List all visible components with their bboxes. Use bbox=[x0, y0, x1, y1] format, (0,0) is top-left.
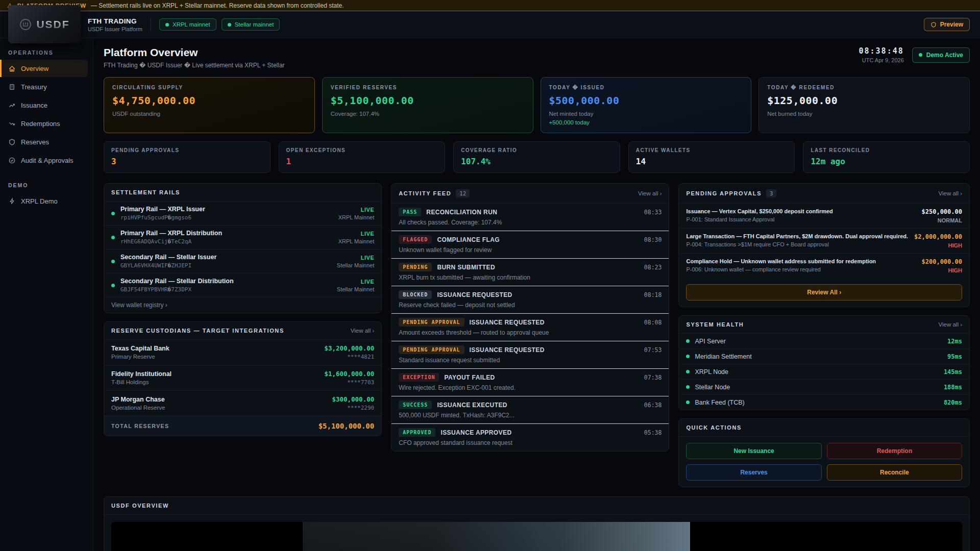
approval-item: Large Transaction — FTH Capital Partners… bbox=[679, 228, 969, 253]
approval-title: Issuance — Vertex Capital, $250,000 depo… bbox=[686, 208, 915, 214]
custodian-name: JP Morgan Chase bbox=[111, 396, 165, 403]
kpi-label: TODAY � ISSUED bbox=[549, 85, 743, 90]
kpi-value: $500,000.00 bbox=[549, 94, 743, 107]
view-all-link[interactable]: View all › bbox=[351, 328, 374, 334]
kpi-label: TODAY � REDEEMED bbox=[767, 85, 961, 90]
health-row: Stellar Node 188ms bbox=[679, 379, 969, 394]
stat-card: COVERAGE RATIO 107.4% bbox=[453, 141, 620, 173]
feed-item-time: 05:38 bbox=[644, 429, 662, 436]
usdf-overview-panel: USDF OVERVIEW bbox=[104, 496, 970, 551]
kpi-subtext: Net burned today bbox=[767, 111, 961, 117]
stat-label: LAST RECONCILED bbox=[811, 147, 962, 153]
panel-title: ACTIVITY FEED bbox=[399, 190, 451, 196]
quick-action-button[interactable]: Redemption bbox=[827, 443, 962, 459]
trend-up-icon bbox=[8, 102, 16, 109]
sidebar-item-label: Redemptions bbox=[21, 120, 60, 128]
feed-item-title: ISSUANCE APPROVED bbox=[440, 429, 511, 436]
feed-item-description: Amount exceeds threshold — routed to app… bbox=[399, 329, 662, 336]
network-badge: Stellar mainnet bbox=[222, 18, 280, 31]
review-all-button[interactable]: Review All › bbox=[686, 284, 962, 300]
stat-card: ACTIVE WALLETS 14 bbox=[628, 141, 795, 173]
kpi-delta: +500,000 today bbox=[549, 119, 743, 126]
view-all-link[interactable]: View all › bbox=[638, 190, 662, 196]
live-dot-icon bbox=[111, 212, 115, 215]
feed-item-description: 500,000 USDF minted. TxHash: A3F9C2... bbox=[399, 412, 662, 419]
feed-item-title: RECONCILIATION RUN bbox=[426, 209, 497, 216]
check-circle-icon bbox=[8, 157, 16, 164]
panel-title: RESERVE CUSTODIANS — TARGET INTEGRATIONS bbox=[111, 328, 284, 334]
rail-status: LIVE bbox=[338, 207, 375, 213]
feed-item-title: PAYOUT FAILED bbox=[444, 374, 495, 381]
feed-item-time: 08:30 bbox=[644, 236, 662, 243]
custodian-role: T-Bill Holdings bbox=[111, 379, 172, 385]
feed-item-time: 06:38 bbox=[644, 402, 662, 409]
settlement-rail-row: Primary Rail — XRPL Issuer rpiHVPfuSgcud… bbox=[104, 202, 381, 225]
rail-status: LIVE bbox=[337, 255, 374, 261]
rail-address: GBJF54FBYPBVHR�7Z3DPX bbox=[120, 286, 234, 293]
sidebar-item-reserves[interactable]: Reserves bbox=[0, 133, 88, 151]
approval-policy: P-006: Unknown wallet — compliance revie… bbox=[686, 266, 915, 272]
status-badge: PENDING APPROVAL bbox=[399, 345, 464, 354]
quick-action-button[interactable]: Reserves bbox=[686, 464, 821, 481]
sidebar-item-treasury[interactable]: Treasury bbox=[0, 78, 88, 95]
page-subtitle: FTH Trading � USDF Issuer � Live settlem… bbox=[104, 62, 285, 69]
view-wallet-registry-link[interactable]: View wallet registry › bbox=[104, 297, 381, 313]
custodian-account: ****7703 bbox=[324, 379, 374, 386]
approval-amount: $200,000.00 bbox=[922, 258, 962, 265]
approval-severity: HIGH bbox=[914, 242, 962, 248]
stat-label: OPEN EXCEPTIONS bbox=[286, 147, 438, 153]
rail-name: Primary Rail — XRPL Distribution bbox=[120, 230, 222, 237]
rail-status: LIVE bbox=[338, 231, 375, 237]
health-service-name: Stellar Node bbox=[695, 384, 730, 391]
shield-icon bbox=[8, 138, 16, 146]
health-dot-icon bbox=[686, 370, 690, 373]
banner-message: — Settlement rails live on XRPL + Stella… bbox=[91, 2, 344, 9]
approval-severity: HIGH bbox=[922, 267, 962, 273]
custodian-amount: $3,200,000.00 bbox=[324, 344, 374, 352]
rail-address: rpiHVPfuSgcudP�gmgso6 bbox=[120, 214, 205, 221]
approval-amount: $2,000,000.00 bbox=[914, 233, 962, 240]
sidebar-item-xrpl-demo[interactable]: XRPL Demo bbox=[0, 192, 88, 210]
status-badge: FLAGGED bbox=[399, 235, 432, 244]
feed-item-time: 08:23 bbox=[644, 264, 662, 271]
panel-title: SETTLEMENT RAILS bbox=[111, 189, 180, 195]
feed-item-title: ISSUANCE EXECUTED bbox=[437, 402, 507, 409]
sidebar-item-audit-approvals[interactable]: Audit & Approvals bbox=[0, 152, 88, 169]
kpi-subtext: Coverage: 107.4% bbox=[331, 111, 525, 117]
settlement-rail-row: Primary Rail — XRPL Distribution rHhEG6A… bbox=[104, 225, 381, 249]
kpi-subtext: Net minted today bbox=[549, 111, 743, 117]
approval-severity: NORMAL bbox=[922, 217, 962, 223]
live-dot-icon bbox=[111, 236, 115, 239]
quick-action-button[interactable]: New Issuance bbox=[686, 443, 821, 459]
rail-network: Stellar Mainnet bbox=[337, 262, 374, 268]
pending-approvals-panel: PENDING APPROVALS 3 View all › Issuance … bbox=[678, 183, 970, 307]
sidebar-item-label: Audit & Approvals bbox=[21, 157, 74, 164]
approval-title: Compliance Hold — Unknown wallet address… bbox=[686, 258, 915, 264]
activity-feed-item: PENDING BURN SUBMITTED 08:23 XRPL burn t… bbox=[391, 258, 669, 286]
clock-time: 08:38:48 bbox=[859, 46, 904, 56]
health-latency: 820ms bbox=[944, 399, 962, 406]
media-gradient bbox=[303, 522, 690, 551]
view-all-link[interactable]: View all › bbox=[939, 190, 962, 196]
activity-feed-item: PASS RECONCILIATION RUN 08:33 All checks… bbox=[391, 204, 669, 231]
sidebar-item-redemptions[interactable]: Redemptions bbox=[0, 115, 88, 132]
sidebar-item-label: Treasury bbox=[21, 83, 47, 91]
status-dot-icon bbox=[228, 23, 231, 27]
settlement-rails-panel: SETTLEMENT RAILS Primary Rail — XRPL Iss… bbox=[104, 183, 382, 313]
quick-action-button[interactable]: Reconcile bbox=[827, 464, 962, 481]
settlement-rail-row: Secondary Rail — Stellar Distribution GB… bbox=[104, 273, 381, 297]
feed-item-title: ISSUANCE REQUESTED bbox=[437, 291, 512, 298]
activity-feed-item: BLOCKED ISSUANCE REQUESTED 08:18 Reserve… bbox=[391, 286, 669, 313]
health-service-name: Meridian Settlement bbox=[695, 353, 751, 360]
sidebar-item-issuance[interactable]: Issuance bbox=[0, 96, 88, 114]
preview-button[interactable]: Preview bbox=[924, 18, 970, 31]
status-badge: PENDING APPROVAL bbox=[399, 318, 464, 327]
approval-title: Large Transaction — FTH Capital Partners… bbox=[686, 233, 908, 239]
view-all-link[interactable]: View all › bbox=[939, 321, 962, 328]
sidebar-item-overview[interactable]: Overview bbox=[0, 60, 88, 77]
health-row: Bank Feed (TCB) 820ms bbox=[679, 394, 969, 410]
reserve-custodians-panel: RESERVE CUSTODIANS — TARGET INTEGRATIONS… bbox=[104, 321, 382, 436]
overview-media bbox=[111, 522, 962, 551]
kpi-label: CIRCULATING SUPPLY bbox=[112, 85, 306, 90]
feed-item-description: CFO approved standard issuance request bbox=[399, 439, 662, 446]
